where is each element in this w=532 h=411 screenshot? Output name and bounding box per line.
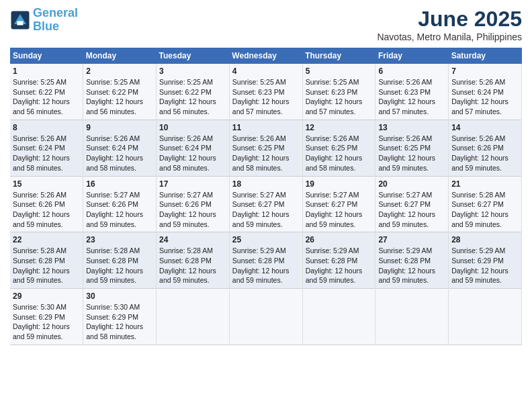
header-friday: Friday bbox=[375, 48, 449, 64]
sunrise-label: Sunrise: 5:29 AM bbox=[378, 246, 432, 255]
empty-cell bbox=[302, 289, 375, 345]
day-info: Sunrise: 5:27 AM Sunset: 6:27 PM Dayligh… bbox=[232, 190, 300, 230]
daylight-label: Daylight: 12 hours and 58 minutes. bbox=[86, 154, 143, 172]
daylight-label: Daylight: 12 hours and 59 minutes. bbox=[86, 210, 143, 228]
day-info: Sunrise: 5:27 AM Sunset: 6:27 PM Dayligh… bbox=[306, 190, 373, 230]
day-cell-19: 19 Sunrise: 5:27 AM Sunset: 6:27 PM Dayl… bbox=[302, 176, 375, 232]
header-saturday: Saturday bbox=[449, 48, 522, 64]
day-number: 14 bbox=[451, 123, 519, 132]
daylight-label: Daylight: 12 hours and 59 minutes. bbox=[306, 267, 363, 285]
day-info: Sunrise: 5:26 AM Sunset: 6:26 PM Dayligh… bbox=[13, 190, 80, 230]
header-thursday: Thursday bbox=[302, 48, 375, 64]
daylight-label: Daylight: 12 hours and 59 minutes. bbox=[451, 267, 508, 285]
sunset-label: Sunset: 6:23 PM bbox=[232, 88, 285, 96]
day-number: 13 bbox=[378, 123, 445, 132]
sunrise-label: Sunrise: 5:29 AM bbox=[232, 246, 286, 255]
sunrise-label: Sunrise: 5:28 AM bbox=[13, 246, 66, 255]
day-info: Sunrise: 5:28 AM Sunset: 6:28 PM Dayligh… bbox=[86, 246, 153, 285]
sunrise-label: Sunrise: 5:26 AM bbox=[86, 134, 140, 142]
sunrise-label: Sunrise: 5:26 AM bbox=[13, 191, 66, 199]
sunrise-label: Sunrise: 5:27 AM bbox=[232, 191, 286, 199]
sunrise-label: Sunrise: 5:25 AM bbox=[159, 78, 213, 86]
sunset-label: Sunset: 6:24 PM bbox=[13, 144, 65, 152]
daylight-label: Daylight: 12 hours and 56 minutes. bbox=[86, 97, 143, 116]
day-number: 1 bbox=[13, 66, 80, 76]
day-cell-27: 27 Sunrise: 5:29 AM Sunset: 6:28 PM Dayl… bbox=[375, 232, 449, 289]
month-title: June 2025 bbox=[377, 7, 522, 32]
sunrise-label: Sunrise: 5:27 AM bbox=[159, 191, 213, 199]
daylight-label: Daylight: 12 hours and 57 minutes. bbox=[451, 97, 508, 116]
day-info: Sunrise: 5:29 AM Sunset: 6:28 PM Dayligh… bbox=[378, 246, 445, 285]
day-cell-18: 18 Sunrise: 5:27 AM Sunset: 6:27 PM Dayl… bbox=[229, 176, 302, 232]
daylight-label: Daylight: 12 hours and 57 minutes. bbox=[232, 97, 290, 116]
daylight-label: Daylight: 12 hours and 56 minutes. bbox=[159, 97, 216, 116]
header-row: SundayMondayTuesdayWednesdayThursdayFrid… bbox=[10, 48, 522, 64]
daylight-label: Daylight: 12 hours and 58 minutes. bbox=[159, 154, 216, 172]
day-info: Sunrise: 5:25 AM Sunset: 6:22 PM Dayligh… bbox=[13, 77, 80, 117]
sunrise-label: Sunrise: 5:26 AM bbox=[451, 78, 505, 86]
logo-text: General Blue bbox=[33, 7, 78, 34]
sunset-label: Sunset: 6:28 PM bbox=[232, 257, 285, 265]
sunset-label: Sunset: 6:26 PM bbox=[86, 200, 138, 208]
sunset-label: Sunset: 6:28 PM bbox=[13, 257, 65, 265]
sunset-label: Sunset: 6:27 PM bbox=[451, 200, 504, 208]
daylight-label: Daylight: 12 hours and 59 minutes. bbox=[13, 322, 70, 340]
day-info: Sunrise: 5:28 AM Sunset: 6:28 PM Dayligh… bbox=[159, 246, 226, 285]
daylight-label: Daylight: 12 hours and 59 minutes. bbox=[451, 154, 508, 172]
day-info: Sunrise: 5:28 AM Sunset: 6:27 PM Dayligh… bbox=[451, 190, 519, 230]
day-number: 9 bbox=[86, 123, 153, 132]
day-cell-7: 7 Sunrise: 5:26 AM Sunset: 6:24 PM Dayli… bbox=[449, 64, 522, 120]
day-info: Sunrise: 5:29 AM Sunset: 6:29 PM Dayligh… bbox=[451, 246, 519, 285]
week-row-5: 29 Sunrise: 5:30 AM Sunset: 6:29 PM Dayl… bbox=[10, 289, 522, 345]
day-cell-8: 8 Sunrise: 5:26 AM Sunset: 6:24 PM Dayli… bbox=[10, 120, 83, 176]
sunrise-label: Sunrise: 5:25 AM bbox=[86, 78, 140, 86]
day-info: Sunrise: 5:26 AM Sunset: 6:24 PM Dayligh… bbox=[159, 134, 226, 173]
sunrise-label: Sunrise: 5:25 AM bbox=[232, 78, 286, 86]
sunrise-label: Sunrise: 5:26 AM bbox=[306, 134, 359, 142]
day-cell-3: 3 Sunrise: 5:25 AM Sunset: 6:22 PM Dayli… bbox=[157, 64, 230, 120]
day-number: 8 bbox=[13, 123, 80, 132]
sunset-label: Sunset: 6:22 PM bbox=[13, 88, 65, 96]
day-info: Sunrise: 5:27 AM Sunset: 6:26 PM Dayligh… bbox=[86, 190, 153, 230]
daylight-label: Daylight: 12 hours and 59 minutes. bbox=[86, 267, 143, 285]
sunrise-label: Sunrise: 5:25 AM bbox=[13, 78, 66, 86]
location: Navotas, Metro Manila, Philippines bbox=[377, 32, 522, 42]
svg-rect-2 bbox=[17, 21, 24, 25]
day-number: 27 bbox=[378, 235, 445, 244]
day-cell-11: 11 Sunrise: 5:26 AM Sunset: 6:25 PM Dayl… bbox=[229, 120, 302, 176]
day-number: 26 bbox=[306, 235, 373, 244]
sunset-label: Sunset: 6:22 PM bbox=[159, 88, 212, 96]
day-info: Sunrise: 5:26 AM Sunset: 6:25 PM Dayligh… bbox=[378, 134, 445, 173]
sunset-label: Sunset: 6:25 PM bbox=[232, 144, 285, 152]
sunrise-label: Sunrise: 5:28 AM bbox=[451, 191, 505, 199]
day-cell-29: 29 Sunrise: 5:30 AM Sunset: 6:29 PM Dayl… bbox=[10, 289, 83, 345]
day-cell-10: 10 Sunrise: 5:26 AM Sunset: 6:24 PM Dayl… bbox=[157, 120, 230, 176]
daylight-label: Daylight: 12 hours and 59 minutes. bbox=[306, 210, 363, 228]
day-info: Sunrise: 5:26 AM Sunset: 6:25 PM Dayligh… bbox=[232, 134, 300, 173]
day-cell-2: 2 Sunrise: 5:25 AM Sunset: 6:22 PM Dayli… bbox=[83, 64, 157, 120]
day-info: Sunrise: 5:25 AM Sunset: 6:23 PM Dayligh… bbox=[306, 77, 373, 117]
sunrise-label: Sunrise: 5:29 AM bbox=[451, 246, 505, 255]
calendar-table: SundayMondayTuesdayWednesdayThursdayFrid… bbox=[10, 48, 522, 345]
sunset-label: Sunset: 6:29 PM bbox=[86, 313, 138, 321]
sunrise-label: Sunrise: 5:26 AM bbox=[159, 134, 213, 142]
daylight-label: Daylight: 12 hours and 59 minutes. bbox=[13, 210, 70, 228]
day-cell-26: 26 Sunrise: 5:29 AM Sunset: 6:28 PM Dayl… bbox=[302, 232, 375, 289]
title-area: June 2025 Navotas, Metro Manila, Philipp… bbox=[377, 7, 522, 42]
sunset-label: Sunset: 6:29 PM bbox=[13, 313, 65, 321]
sunrise-label: Sunrise: 5:28 AM bbox=[159, 246, 213, 255]
day-number: 15 bbox=[13, 179, 80, 189]
sunrise-label: Sunrise: 5:26 AM bbox=[232, 134, 286, 142]
day-cell-22: 22 Sunrise: 5:28 AM Sunset: 6:28 PM Dayl… bbox=[10, 232, 83, 289]
day-cell-14: 14 Sunrise: 5:26 AM Sunset: 6:26 PM Dayl… bbox=[449, 120, 522, 176]
sunset-label: Sunset: 6:26 PM bbox=[159, 200, 212, 208]
week-row-2: 8 Sunrise: 5:26 AM Sunset: 6:24 PM Dayli… bbox=[10, 120, 522, 176]
day-info: Sunrise: 5:28 AM Sunset: 6:28 PM Dayligh… bbox=[13, 246, 80, 285]
sunrise-label: Sunrise: 5:25 AM bbox=[306, 78, 359, 86]
header-monday: Monday bbox=[83, 48, 157, 64]
empty-cell bbox=[157, 289, 230, 345]
header-tuesday: Tuesday bbox=[157, 48, 230, 64]
sunset-label: Sunset: 6:23 PM bbox=[306, 88, 358, 96]
sunrise-label: Sunrise: 5:30 AM bbox=[13, 303, 66, 311]
day-number: 24 bbox=[159, 235, 226, 244]
